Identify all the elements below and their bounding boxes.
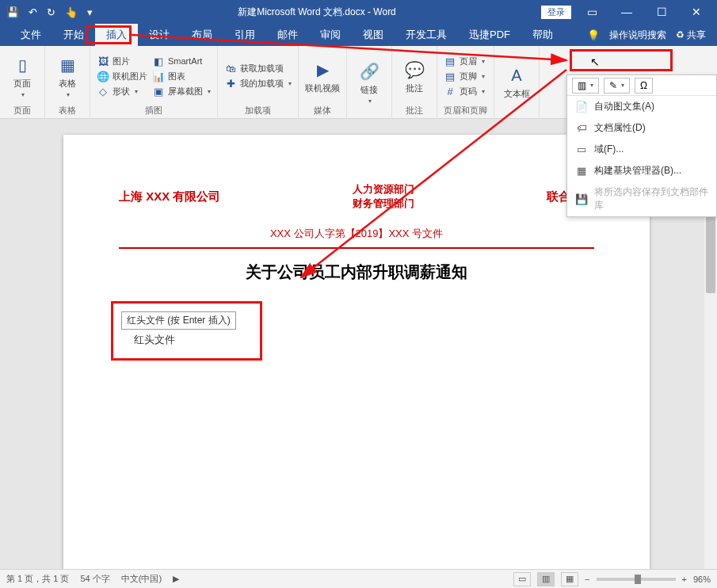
- group-pages: ▯页面▾ 页面: [0, 46, 45, 118]
- ribbon-options-icon[interactable]: ▭: [578, 6, 606, 18]
- my-addins-button[interactable]: ✚我的加载项▾: [224, 78, 292, 90]
- pictures-button[interactable]: 🖼图片: [97, 55, 147, 67]
- group-header-footer: ▤页眉▾ ▤页脚▾ #页码▾ 页眉和页脚: [437, 46, 494, 118]
- dept-finance: 财务管理部门: [353, 197, 414, 211]
- docprop-icon: 🏷: [575, 122, 588, 135]
- autotext-suggestion-box: 红头文件 (按 Enter 插入) 红头文件: [111, 301, 262, 361]
- tab-help[interactable]: 帮助: [521, 24, 564, 46]
- undo-icon[interactable]: ↶: [29, 6, 37, 18]
- zoom-out-button[interactable]: −: [585, 575, 589, 584]
- page-icon: ▯: [11, 54, 33, 76]
- link-icon: 🔗: [358, 60, 380, 82]
- building-icon: ▦: [575, 165, 588, 178]
- menu-building-blocks[interactable]: ▦构建基块管理器(B)...: [567, 160, 716, 181]
- view-print-layout[interactable]: ▥: [537, 572, 555, 586]
- cursor-icon: ↖: [590, 55, 600, 68]
- tab-view[interactable]: 视图: [352, 24, 395, 46]
- tab-references[interactable]: 引用: [223, 24, 266, 46]
- links-button[interactable]: 🔗链接▾: [353, 49, 385, 115]
- pages-button[interactable]: ▯页面▾: [6, 49, 38, 103]
- maximize-icon[interactable]: ☐: [647, 6, 676, 18]
- online-picture-icon: 🌐: [97, 70, 109, 82]
- menu-field[interactable]: ▭域(F)...: [567, 139, 716, 160]
- ribbon-tabs: 文件 开始 插入 设计 布局 引用 邮件 审阅 视图 开发工具 迅捷PDF 帮助…: [0, 24, 717, 46]
- tab-pdf[interactable]: 迅捷PDF: [458, 24, 521, 46]
- menu-autotext[interactable]: 📄自动图文集(A): [567, 96, 716, 117]
- chart-icon: 📊: [152, 70, 165, 82]
- red-divider: [119, 247, 594, 249]
- group-media: ▶联机视频 媒体: [299, 46, 347, 118]
- shapes-icon: ◇: [97, 85, 109, 97]
- page-number-button[interactable]: #页码▾: [444, 85, 485, 97]
- tab-developer[interactable]: 开发工具: [395, 24, 458, 46]
- touch-mode-icon[interactable]: 👆: [65, 6, 78, 18]
- zoom-in-button[interactable]: +: [682, 575, 687, 584]
- menu-doc-property[interactable]: 🏷文档属性(D): [567, 117, 716, 139]
- tell-me-search[interactable]: 操作说明搜索: [609, 29, 666, 42]
- bulb-icon: 💡: [587, 29, 600, 41]
- red-header-row: 上海 XXX 有限公司 人力资源部门 财务管理部门 联合文件: [119, 182, 594, 211]
- smartart-button[interactable]: ◧SmartArt: [152, 55, 211, 67]
- shapes-button[interactable]: ◇形状▾: [97, 85, 147, 97]
- status-language[interactable]: 中文(中国): [121, 573, 162, 585]
- signature-split-button[interactable]: ✎▾: [604, 78, 630, 94]
- group-illustrations: 🖼图片 🌐联机图片 ◇形状▾ ◧SmartArt 📊图表 ▣屏幕截图▾ 插图: [90, 46, 218, 118]
- footer-icon: ▤: [444, 70, 456, 82]
- pageno-icon: #: [444, 85, 456, 97]
- tab-layout[interactable]: 布局: [181, 24, 223, 46]
- comment-icon: 💬: [403, 59, 425, 81]
- view-web-layout[interactable]: ▦: [561, 572, 578, 586]
- screenshot-button[interactable]: ▣屏幕截图▾: [152, 85, 211, 97]
- company-name: 上海 XXX 有限公司: [119, 189, 220, 204]
- tab-design[interactable]: 设计: [138, 24, 181, 46]
- get-addins-button[interactable]: 🛍获取加载项: [224, 63, 292, 75]
- online-video-button[interactable]: ▶联机视频: [305, 49, 340, 103]
- group-tables: ▦表格▾ 表格: [45, 46, 90, 118]
- group-addins: 🛍获取加载项 ✚我的加载项▾ 加载项: [218, 46, 299, 118]
- chart-button[interactable]: 📊图表: [152, 70, 211, 82]
- tab-home[interactable]: 开始: [52, 24, 95, 46]
- equation-button[interactable]: Ω: [635, 78, 653, 94]
- tab-review[interactable]: 审阅: [309, 24, 352, 46]
- document-page[interactable]: 上海 XXX 有限公司 人力资源部门 财务管理部门 联合文件 XXX 公司人字第…: [63, 135, 650, 569]
- online-pictures-button[interactable]: 🌐联机图片: [97, 70, 147, 82]
- tab-file[interactable]: 文件: [10, 24, 52, 46]
- group-text: A文本框: [494, 46, 540, 118]
- zoom-level[interactable]: 96%: [693, 575, 711, 584]
- status-page[interactable]: 第 1 页，共 1 页: [6, 573, 69, 585]
- view-read-mode[interactable]: ▭: [513, 572, 531, 586]
- table-button[interactable]: ▦表格▾: [51, 49, 83, 103]
- document-title: 关于公司员工内部升职调薪通知: [119, 262, 594, 283]
- header-button[interactable]: ▤页眉▾: [444, 55, 485, 67]
- login-button[interactable]: 登录: [541, 6, 571, 19]
- autotext-tooltip: 红头文件 (按 Enter 插入): [121, 311, 236, 330]
- quick-parts-menu: ▥▾ ✎▾ Ω 📄自动图文集(A) 🏷文档属性(D) ▭域(F)... ▦构建基…: [566, 74, 717, 217]
- autotext-icon: 📄: [575, 101, 588, 113]
- qat-more-icon[interactable]: ▾: [87, 6, 93, 18]
- minimize-icon[interactable]: —: [612, 6, 641, 18]
- redo-icon[interactable]: ↻: [47, 6, 55, 18]
- tab-insert[interactable]: 插入: [95, 24, 138, 46]
- table-icon: ▦: [56, 54, 78, 76]
- screenshot-icon: ▣: [152, 85, 165, 97]
- close-icon[interactable]: ✕: [682, 6, 711, 18]
- share-button[interactable]: ♻ 共享: [676, 29, 706, 42]
- quick-parts-split-button[interactable]: ▥▾: [572, 78, 599, 94]
- picture-icon: 🖼: [97, 55, 109, 67]
- zoom-knob[interactable]: [635, 575, 641, 584]
- save-selection-icon: 💾: [575, 193, 588, 205]
- autotext-entry-name[interactable]: 红头文件: [134, 333, 236, 347]
- store-icon: 🛍: [224, 63, 237, 75]
- textbox-button[interactable]: A文本框: [501, 49, 532, 115]
- status-macro-icon[interactable]: ▶: [173, 574, 179, 584]
- status-bar: 第 1 页，共 1 页 54 个字 中文(中国) ▶ ▭ ▥ ▦ − + 96%: [0, 569, 717, 588]
- comment-button[interactable]: 💬批注: [399, 49, 430, 103]
- tab-mailings[interactable]: 邮件: [266, 24, 309, 46]
- status-word-count[interactable]: 54 个字: [80, 573, 109, 585]
- zoom-slider[interactable]: [597, 578, 676, 581]
- footer-button[interactable]: ▤页脚▾: [444, 70, 485, 82]
- save-icon[interactable]: 💾: [6, 6, 19, 18]
- title-bar: 💾 ↶ ↻ 👆 ▾ 新建Microsoft Word 文档.docx - Wor…: [0, 0, 717, 24]
- header-icon: ▤: [444, 55, 456, 67]
- group-comments: 💬批注 批注: [392, 46, 437, 118]
